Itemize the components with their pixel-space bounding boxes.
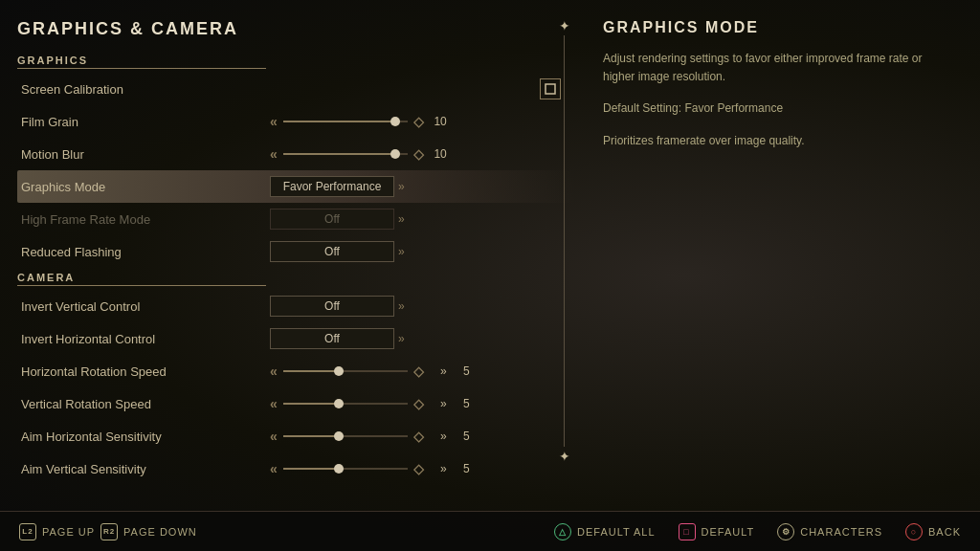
info-extra: Prioritizes framerate over image quality… — [603, 132, 928, 150]
page-up-label: PAGE UP — [42, 526, 95, 538]
settings-list: GRAPHICS Screen Calibration Film Grain « — [17, 55, 574, 485]
aim-horiz-arrow-r: » — [430, 430, 447, 443]
graphics-mode-right-arrow[interactable]: » — [398, 180, 405, 193]
motion-blur-slider-track[interactable] — [283, 153, 408, 155]
motion-blur-slider-fill — [283, 153, 395, 155]
scroll-up-arrow: ✦ — [559, 19, 570, 33]
film-grain-right-arrow[interactable]: ◇ — [413, 114, 424, 129]
main-content: GRAPHICS & CAMERA GRAPHICS Screen Calibr… — [0, 0, 980, 511]
high-frame-rate-dropdown: Off — [270, 209, 394, 230]
setting-graphics-mode[interactable]: Graphics Mode Favor Performance » — [17, 170, 574, 203]
high-frame-rate-control: Off » — [270, 209, 570, 230]
vert-rotation-left-arrow[interactable]: « — [270, 396, 278, 411]
film-grain-slider-thumb — [390, 117, 400, 126]
setting-screen-calibration[interactable]: Screen Calibration — [17, 73, 574, 105]
motion-blur-right-arrow[interactable]: ◇ — [413, 146, 424, 162]
invert-horizontal-dropdown[interactable]: Off — [270, 328, 394, 349]
setting-name-horiz-rotation: Horizontal Rotation Speed — [21, 364, 270, 379]
setting-name-aim-horiz: Aim Horizontal Sensitivity — [21, 430, 270, 444]
setting-name-motion-blur: Motion Blur — [21, 147, 270, 162]
characters-button[interactable]: ⚙ CHARACTERS — [777, 523, 882, 540]
aim-horiz-left-arrow[interactable]: « — [270, 429, 278, 444]
camera-section-header: CAMERA — [17, 272, 266, 286]
invert-horizontal-right-arrow[interactable]: » — [398, 332, 405, 345]
vert-rotation-arrow-r: » — [430, 397, 447, 410]
left-panel: GRAPHICS & CAMERA GRAPHICS Screen Calibr… — [0, 0, 574, 511]
setting-name-vert-rotation: Vertical Rotation Speed — [21, 397, 270, 411]
aim-vert-slider-thumb — [334, 464, 344, 474]
motion-blur-slider-thumb — [390, 149, 400, 159]
aim-vert-slider-track[interactable] — [283, 468, 408, 470]
vert-rotation-slider-track[interactable] — [283, 403, 408, 405]
triangle-icon: △ — [554, 523, 571, 540]
aim-vert-left-arrow[interactable]: « — [270, 461, 278, 476]
setting-name-high-frame-rate: High Frame Rate Mode — [21, 212, 270, 227]
circle-icon: ○ — [905, 523, 923, 540]
right-panel: GRAPHICS MODE Adjust rendering settings … — [574, 0, 980, 511]
aim-horiz-slider-track[interactable] — [283, 435, 408, 437]
default-all-button[interactable]: △ DEFAULT ALL — [554, 523, 656, 540]
aim-vert-right-arrow[interactable]: ◇ — [413, 461, 424, 476]
horiz-rotation-left-arrow[interactable]: « — [270, 364, 278, 379]
aim-vert-control: « ◇ » 5 — [270, 461, 570, 476]
vert-rotation-slider-fill — [283, 403, 340, 405]
aim-horiz-right-arrow[interactable]: ◇ — [413, 429, 424, 444]
setting-aim-vert[interactable]: Aim Vertical Sensitivity « ◇ » 5 — [17, 452, 574, 485]
horiz-rotation-num: 5 — [453, 364, 470, 378]
vert-rotation-num: 5 — [453, 397, 470, 410]
aim-horiz-slider-thumb — [334, 431, 344, 441]
aim-horiz-control: « ◇ » 5 — [270, 429, 570, 444]
screen-calibration-control — [270, 78, 570, 99]
default-all-label: DEFAULT ALL — [577, 526, 656, 538]
film-grain-value: 10 — [430, 115, 447, 128]
setting-horiz-rotation[interactable]: Horizontal Rotation Speed « ◇ » 5 — [17, 355, 574, 387]
page-up-button[interactable]: L2 PAGE UP — [19, 523, 95, 540]
setting-invert-vertical[interactable]: Invert Vertical Control Off » — [17, 290, 574, 322]
back-button[interactable]: ○ BACK — [905, 523, 961, 540]
film-grain-control: « ◇ 10 — [270, 114, 570, 129]
setting-film-grain[interactable]: Film Grain « ◇ 10 — [17, 105, 574, 138]
setting-name-film-grain: Film Grain — [21, 115, 270, 129]
motion-blur-left-arrow[interactable]: « — [270, 146, 278, 162]
invert-horizontal-control: Off » — [270, 328, 570, 349]
characters-label: CHARACTERS — [800, 526, 882, 538]
motion-blur-control: « ◇ 10 — [270, 146, 570, 162]
motion-blur-value: 10 — [430, 147, 447, 161]
graphics-mode-control: Favor Performance » — [270, 176, 570, 197]
graphics-mode-dropdown[interactable]: Favor Performance — [270, 176, 394, 197]
scroll-down-arrow: ✦ — [559, 450, 570, 463]
setting-motion-blur[interactable]: Motion Blur « ◇ 10 — [17, 138, 574, 170]
setting-invert-horizontal[interactable]: Invert Horizontal Control Off » — [17, 322, 574, 355]
horiz-rotation-value: » — [430, 364, 447, 378]
page-down-button[interactable]: R2 PAGE DOWN — [100, 523, 197, 540]
default-button[interactable]: □ DEFAULT — [679, 523, 755, 540]
invert-vertical-dropdown[interactable]: Off — [270, 296, 394, 317]
setting-vert-rotation[interactable]: Vertical Rotation Speed « ◇ » 5 — [17, 387, 574, 420]
page-title: GRAPHICS & CAMERA — [17, 19, 574, 39]
film-grain-slider-track[interactable] — [283, 121, 408, 122]
horiz-rotation-slider-thumb — [334, 366, 344, 376]
vert-rotation-slider-thumb — [334, 399, 344, 408]
info-title: GRAPHICS MODE — [603, 19, 951, 36]
film-grain-left-arrow[interactable]: « — [270, 114, 278, 129]
vert-rotation-control: « ◇ » 5 — [270, 396, 570, 411]
horiz-rotation-slider-track[interactable] — [283, 370, 408, 372]
invert-vertical-right-arrow[interactable]: » — [398, 299, 405, 313]
bottom-bar: L2 PAGE UP R2 PAGE DOWN △ DEFAULT ALL □ … — [0, 511, 980, 551]
l2-icon: L2 — [19, 523, 36, 540]
aim-horiz-slider-fill — [283, 435, 340, 437]
aim-horiz-num: 5 — [453, 430, 470, 443]
aim-vert-num: 5 — [453, 462, 470, 475]
vert-rotation-right-arrow[interactable]: ◇ — [413, 396, 424, 411]
reduced-flashing-right-arrow[interactable]: » — [398, 245, 405, 258]
reduced-flashing-dropdown[interactable]: Off — [270, 241, 394, 262]
horiz-rotation-right-arrow[interactable]: ◇ — [413, 364, 424, 379]
back-label: BACK — [928, 526, 961, 538]
setting-reduced-flashing[interactable]: Reduced Flashing Off » — [17, 235, 574, 268]
default-label: DEFAULT — [702, 526, 755, 538]
info-default: Default Setting: Favor Performance — [603, 99, 928, 118]
setting-high-frame-rate: High Frame Rate Mode Off » — [17, 203, 574, 235]
setting-name-screen-calibration: Screen Calibration — [21, 82, 270, 97]
bottom-left-controls: L2 PAGE UP R2 PAGE DOWN — [19, 523, 197, 540]
setting-aim-horiz[interactable]: Aim Horizontal Sensitivity « ◇ » 5 — [17, 420, 574, 452]
